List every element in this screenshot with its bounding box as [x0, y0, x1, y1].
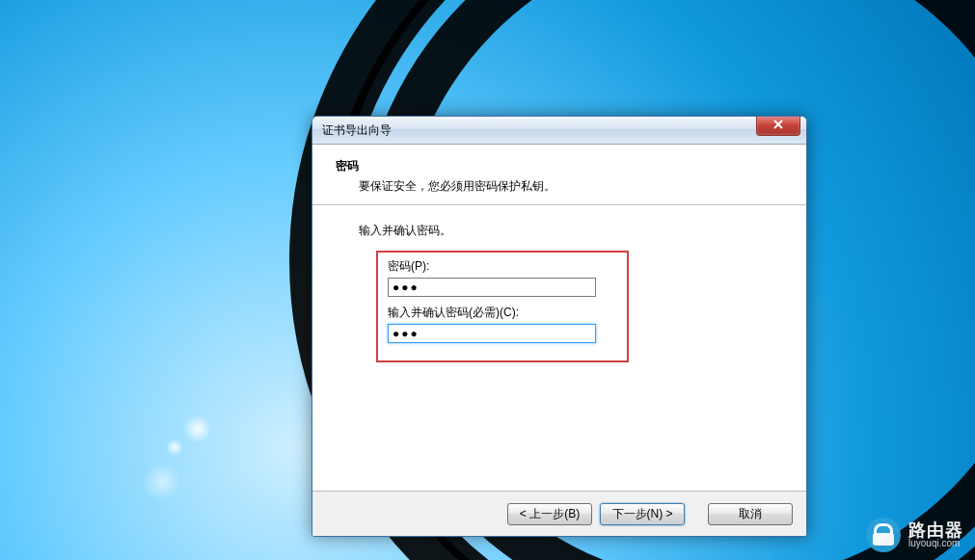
password-field-block: 密码(P): [388, 258, 617, 297]
dialog-title: 证书导出向导 [322, 122, 392, 139]
lens-flare [166, 439, 183, 456]
dialog-body: 密码 要保证安全，您必须用密码保护私钥。 输入并确认密码。 密码(P): 输入并… [312, 145, 806, 493]
close-button[interactable] [756, 116, 800, 136]
password-fields-highlight: 密码(P): 输入并确认密码(必需)(C): [376, 251, 629, 362]
instruction-text: 输入并确认密码。 [359, 223, 783, 239]
lens-flare [183, 414, 212, 443]
next-button[interactable]: 下一步(N) > [600, 503, 685, 525]
confirm-password-input[interactable] [388, 324, 596, 343]
lens-flare [143, 463, 181, 501]
password-input[interactable] [388, 278, 596, 297]
section-description: 要保证安全，您必须用密码保护私钥。 [359, 178, 783, 195]
confirm-field-block: 输入并确认密码(必需)(C): [388, 305, 617, 343]
desktop-background: 证书导出向导 密码 要保证安全，您必须用密码保护私钥。 输入并确认密码。 密码(… [0, 0, 975, 560]
close-icon [773, 120, 783, 131]
confirm-password-label: 输入并确认密码(必需)(C): [388, 305, 617, 321]
wizard-button-row: < 上一步(B) 下一步(N) > 取消 [312, 491, 806, 536]
cancel-button[interactable]: 取消 [708, 503, 793, 525]
password-label: 密码(P): [388, 258, 617, 275]
back-button[interactable]: < 上一步(B) [507, 503, 592, 525]
certificate-export-wizard-dialog: 证书导出向导 密码 要保证安全，您必须用密码保护私钥。 输入并确认密码。 密码(… [311, 116, 807, 537]
dialog-titlebar[interactable]: 证书导出向导 [312, 117, 806, 145]
section-heading: 密码 [336, 158, 783, 174]
divider [312, 204, 806, 205]
